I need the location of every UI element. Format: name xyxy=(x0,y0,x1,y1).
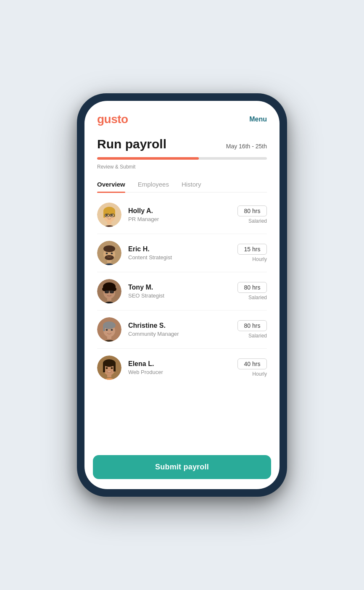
phone-screen: gusto Menu Run payroll May 16th - 25th R… xyxy=(84,101,280,489)
employee-name: Holly A. xyxy=(128,207,237,215)
title-row: Run payroll May 16th - 25th xyxy=(97,137,267,151)
pay-type: Hourly xyxy=(252,371,267,377)
avatar xyxy=(97,241,121,265)
app-header: gusto Menu xyxy=(84,101,280,133)
svg-rect-48 xyxy=(103,363,105,372)
svg-point-21 xyxy=(111,253,113,254)
employee-info: Eric H. Content Strategist xyxy=(128,245,237,261)
list-item[interactable]: Elena L. Web Producer 40 hrs Hourly xyxy=(97,349,267,387)
app-logo: gusto xyxy=(97,113,128,126)
svg-rect-49 xyxy=(113,363,116,371)
svg-point-44 xyxy=(100,378,119,380)
employee-hours: 15 hrs Hourly xyxy=(237,244,267,262)
list-item[interactable]: Christine S. Community Manager 80 hrs Sa… xyxy=(97,311,267,349)
employee-name: Elena L. xyxy=(128,360,237,368)
svg-point-19 xyxy=(105,255,114,260)
svg-point-50 xyxy=(106,367,108,369)
avatar xyxy=(97,317,121,342)
pay-type: Salaried xyxy=(248,295,267,300)
svg-rect-31 xyxy=(110,290,114,293)
pay-type: Salaried xyxy=(248,218,267,224)
avatar xyxy=(97,203,121,227)
svg-point-2 xyxy=(101,225,118,227)
tab-overview[interactable]: Overview xyxy=(97,176,125,192)
employee-name: Eric H. xyxy=(128,245,237,253)
hours-badge: 15 hrs xyxy=(237,244,267,255)
employee-name: Tony M. xyxy=(128,284,237,291)
submit-payroll-button[interactable]: Submit payroll xyxy=(93,455,271,479)
progress-bar-fill xyxy=(97,157,199,160)
list-item[interactable]: Eric H. Content Strategist 15 hrs Hourly xyxy=(97,234,267,272)
svg-point-9 xyxy=(111,214,113,216)
employee-info: Holly A. PR Manager xyxy=(128,207,237,222)
svg-point-18 xyxy=(103,245,115,252)
pay-type: Salaried xyxy=(248,333,267,339)
employee-hours: 80 hrs Salaried xyxy=(237,282,267,300)
progress-bar xyxy=(97,157,267,160)
employee-role: SEO Strategist xyxy=(128,292,237,299)
svg-point-35 xyxy=(100,340,119,342)
page-content: Run payroll May 16th - 25th Review & Sub… xyxy=(84,133,280,448)
svg-point-20 xyxy=(106,253,108,254)
tab-employees[interactable]: Employees xyxy=(138,176,169,192)
svg-point-41 xyxy=(111,329,113,331)
employee-info: Elena L. Web Producer xyxy=(128,360,237,375)
employee-name: Christine S. xyxy=(128,322,237,329)
tabs-container: Overview Employees History xyxy=(97,176,267,192)
avatar xyxy=(97,356,121,380)
hours-badge: 80 hrs xyxy=(237,205,267,216)
employee-info: Tony M. SEO Strategist xyxy=(128,284,237,299)
employee-list: Holly A. PR Manager 80 hrs Salaried xyxy=(97,196,267,448)
avatar xyxy=(97,279,121,303)
svg-point-51 xyxy=(111,367,113,369)
employee-hours: 80 hrs Salaried xyxy=(237,205,267,224)
list-item[interactable]: Tony M. SEO Strategist 80 hrs Salaried xyxy=(97,272,267,311)
hours-badge: 80 hrs xyxy=(237,320,267,331)
employee-info: Christine S. Community Manager xyxy=(128,322,237,337)
hours-badge: 40 hrs xyxy=(237,358,267,369)
svg-point-40 xyxy=(106,329,108,331)
date-range: May 16th - 25th xyxy=(226,143,267,150)
pay-type: Hourly xyxy=(252,256,267,262)
employee-hours: 80 hrs Salaried xyxy=(237,320,267,339)
svg-rect-6 xyxy=(103,211,105,218)
svg-point-8 xyxy=(106,214,108,216)
svg-point-15 xyxy=(101,263,118,265)
svg-rect-30 xyxy=(105,290,109,293)
tab-history[interactable]: History xyxy=(182,176,201,192)
employee-role: PR Manager xyxy=(128,216,237,222)
phone-frame: gusto Menu Run payroll May 16th - 25th R… xyxy=(77,93,287,497)
list-item[interactable]: Holly A. PR Manager 80 hrs Salaried xyxy=(97,196,267,234)
menu-button[interactable]: Menu xyxy=(249,116,267,123)
employee-role: Content Strategist xyxy=(128,254,237,261)
employee-hours: 40 hrs Hourly xyxy=(237,358,267,377)
page-title: Run payroll xyxy=(97,137,166,151)
hours-badge: 80 hrs xyxy=(237,282,267,293)
employee-role: Community Manager xyxy=(128,331,237,337)
employee-role: Web Producer xyxy=(128,369,237,375)
submit-section: Submit payroll xyxy=(84,448,280,489)
svg-rect-39 xyxy=(103,325,105,331)
progress-label: Review & Submit xyxy=(97,164,267,170)
svg-point-24 xyxy=(101,302,118,303)
